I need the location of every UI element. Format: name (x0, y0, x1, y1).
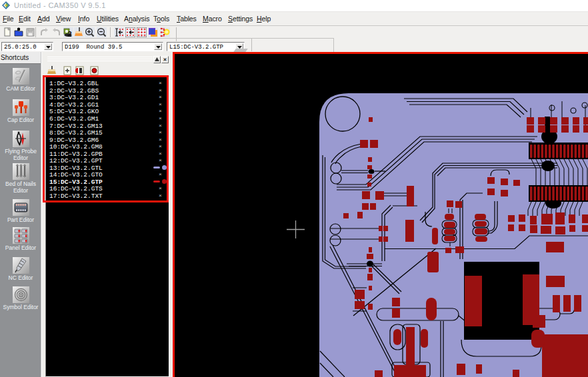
svg-text:2: 2 (68, 30, 72, 38)
